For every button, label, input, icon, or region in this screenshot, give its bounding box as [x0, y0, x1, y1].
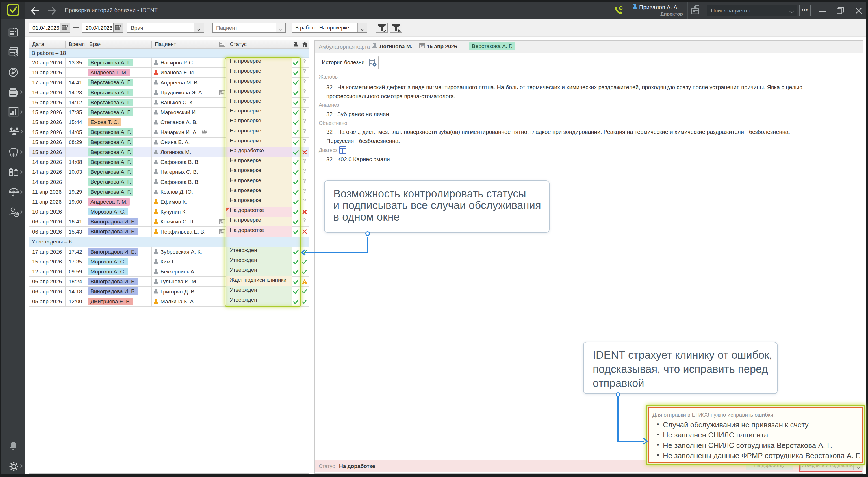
svg-text:17: 17: [421, 45, 424, 48]
